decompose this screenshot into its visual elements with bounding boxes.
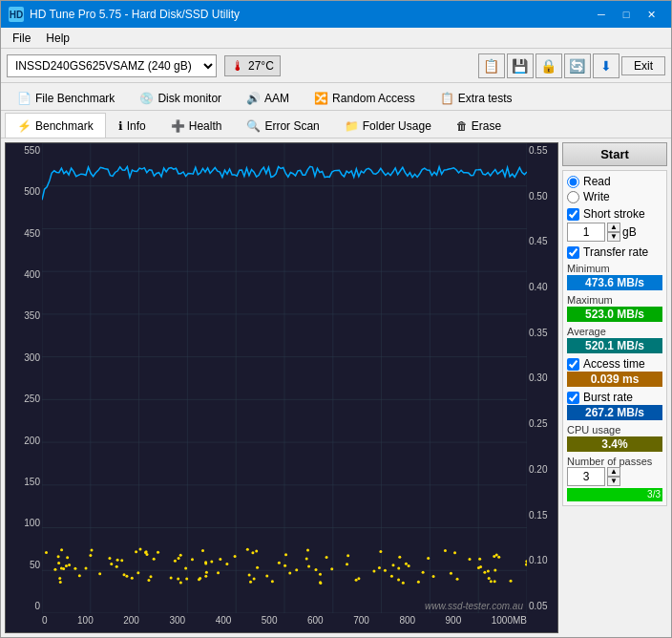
passes-spin-down[interactable]: ▼ [607, 477, 620, 486]
short-stroke-spin-down[interactable]: ▼ [607, 232, 620, 242]
minimize-button[interactable]: ─ [589, 5, 614, 24]
refresh-icon-button[interactable]: 🔄 [564, 53, 591, 78]
short-stroke-input[interactable] [567, 223, 605, 242]
tab-aam[interactable]: 🔊 AAM [234, 85, 302, 110]
title-bar-controls: ─ □ ✕ [589, 5, 663, 24]
tab-benchmark-label: Benchmark [35, 119, 94, 133]
menu-bar: File Help [1, 28, 671, 49]
short-stroke-spin-up[interactable]: ▲ [607, 223, 620, 232]
main-content: MB/s ms 550 500 450 400 350 300 250 200 … [1, 138, 671, 637]
menu-file[interactable]: File [5, 30, 38, 46]
chart-y-left-axis: 550 500 450 400 350 300 250 200 150 100 … [6, 143, 42, 613]
cpu-usage-label: CPU usage [567, 424, 662, 436]
access-time-label: Access time [583, 357, 645, 371]
tab-benchmark[interactable]: ⚡ Benchmark [5, 113, 106, 138]
tab-erase-icon: 🗑 [456, 119, 468, 133]
tab-random-access-icon: 🔀 [314, 92, 328, 105]
burst-rate-checkbox-item: Burst rate [567, 391, 662, 404]
burst-rate-checkbox[interactable] [567, 392, 579, 404]
tab-extra-tests-label: Extra tests [458, 92, 513, 105]
tab-file-benchmark-label: File Benchmark [35, 92, 115, 105]
tab-aam-icon: 🔊 [246, 92, 261, 105]
chart-canvas-wrapper [42, 143, 527, 613]
tab-info[interactable]: ℹ Info [106, 113, 158, 138]
tab-random-access[interactable]: 🔀 Random Access [302, 85, 428, 110]
tab-benchmark-icon: ⚡ [17, 119, 32, 133]
title-bar: HD HD Tune Pro 5.75 - Hard Disk/SSD Util… [1, 1, 671, 28]
right-panel: Start Read Write Short stroke [562, 142, 667, 633]
maximize-button[interactable]: □ [614, 5, 639, 24]
start-button[interactable]: Start [562, 142, 667, 166]
tab-error-scan-label: Error Scan [264, 119, 319, 133]
burst-rate-value: 267.2 MB/s [567, 405, 662, 420]
write-radio[interactable] [567, 191, 579, 203]
progress-bar-container: 3/3 [567, 488, 662, 501]
tab-erase-label: Erase [472, 119, 501, 133]
average-label: Average [567, 326, 662, 337]
tab-erase[interactable]: 🗑 Erase [444, 113, 514, 138]
tab-disk-monitor-label: Disk monitor [158, 92, 221, 105]
access-time-checkbox[interactable] [567, 358, 579, 371]
passes-spin-up[interactable]: ▲ [607, 467, 620, 477]
read-radio-label[interactable]: Read [567, 175, 662, 188]
tab-extra-tests[interactable]: 📋 Extra tests [428, 85, 525, 110]
passes-input-group: ▲ ▼ [567, 467, 662, 486]
short-stroke-spin-buttons: ▲ ▼ [607, 223, 620, 242]
burst-rate-label: Burst rate [583, 391, 633, 404]
tab-file-benchmark-icon: 📄 [17, 92, 32, 105]
passes-spin-buttons: ▲ ▼ [607, 467, 620, 486]
toolbar: INSSD240GS625VSAMZ (240 gB) 🌡 27°C 📋 💾 🔒… [1, 49, 671, 83]
transfer-rate-checkbox[interactable] [567, 246, 579, 259]
write-label: Write [583, 190, 610, 203]
read-radio[interactable] [567, 176, 579, 188]
minimum-label: Minimum [567, 263, 662, 274]
short-stroke-checkbox-item: Short stroke [567, 207, 662, 221]
write-radio-label[interactable]: Write [567, 190, 662, 203]
tab-disk-monitor[interactable]: 💿 Disk monitor [127, 85, 234, 110]
window-title: HD Tune Pro 5.75 - Hard Disk/SSD Utility [30, 8, 240, 21]
drive-select[interactable]: INSSD240GS625VSAMZ (240 gB) [7, 54, 217, 77]
save-icon-button[interactable]: 💾 [507, 53, 534, 78]
tab-info-icon: ℹ [118, 119, 123, 133]
access-time-value: 0.039 ms [567, 372, 662, 387]
tab-folder-usage-icon: 📁 [345, 119, 359, 133]
main-window: HD HD Tune Pro 5.75 - Hard Disk/SSD Util… [0, 0, 672, 638]
tab-health-label: Health [189, 119, 222, 133]
lock-icon-button[interactable]: 🔒 [536, 53, 562, 78]
exit-button[interactable]: Exit [621, 56, 665, 75]
tab-random-access-label: Random Access [332, 92, 415, 105]
passes-input[interactable] [567, 467, 605, 486]
app-icon: HD [9, 7, 24, 22]
tab-health-icon: ➕ [171, 119, 185, 133]
average-value: 520.1 MB/s [567, 338, 662, 353]
progress-text: 3/3 [647, 488, 661, 501]
transfer-rate-label: Transfer rate [583, 245, 648, 259]
tab-folder-usage[interactable]: 📁 Folder Usage [332, 113, 444, 138]
short-stroke-label: Short stroke [583, 207, 645, 221]
temperature-value: 27°C [248, 59, 274, 73]
copy-icon-button[interactable]: 📋 [478, 53, 505, 78]
chart-x-axis: 0 100 200 300 400 500 600 700 800 900 10… [42, 613, 527, 632]
read-write-section: Read Write Short stroke ▲ ▼ [562, 170, 667, 506]
tab-info-label: Info [127, 119, 146, 133]
maximum-label: Maximum [567, 294, 662, 306]
title-bar-left: HD HD Tune Pro 5.75 - Hard Disk/SSD Util… [9, 7, 240, 22]
toolbar-icons: 📋 💾 🔒 🔄 ⬇ Exit [478, 53, 665, 78]
minimum-value: 473.6 MB/s [567, 275, 662, 290]
temperature-icon: 🌡 [231, 58, 244, 74]
tab-file-benchmark[interactable]: 📄 File Benchmark [5, 85, 127, 110]
close-button[interactable]: ✕ [639, 5, 663, 24]
short-stroke-checkbox[interactable] [567, 208, 579, 221]
tab-error-scan[interactable]: 🔍 Error Scan [234, 113, 331, 138]
benchmark-chart [42, 143, 527, 613]
chart-area: MB/s ms 550 500 450 400 350 300 250 200 … [5, 142, 558, 633]
maximum-value: 523.0 MB/s [567, 307, 662, 322]
transfer-rate-checkbox-item: Transfer rate [567, 245, 662, 259]
passes-section: Number of passes ▲ ▼ 3/3 [567, 456, 662, 501]
tab-folder-usage-label: Folder Usage [363, 119, 431, 133]
tab-bar-row1: 📄 File Benchmark 💿 Disk monitor 🔊 AAM 🔀 … [1, 83, 671, 111]
download-icon-button[interactable]: ⬇ [593, 53, 620, 78]
menu-help[interactable]: Help [38, 30, 77, 46]
tab-health[interactable]: ➕ Health [158, 113, 235, 138]
watermark: www.ssd-tester.com.au [425, 601, 523, 611]
